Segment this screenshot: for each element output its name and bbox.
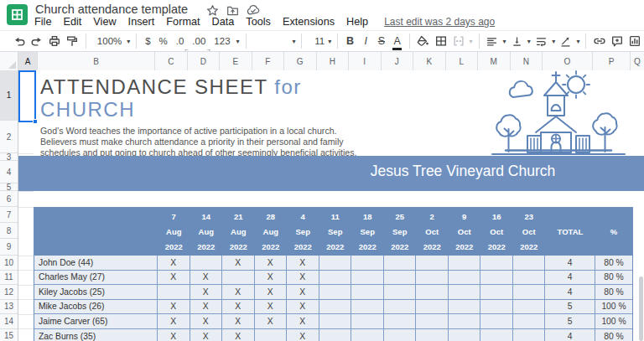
more-formats-caret-icon[interactable]: ▾ <box>235 38 242 45</box>
font-size-select[interactable]: 11 <box>306 32 326 50</box>
menu-item[interactable]: Data <box>206 16 241 28</box>
attendance-mark-cell[interactable] <box>384 329 417 341</box>
attendance-mark-cell[interactable] <box>384 256 417 271</box>
attendance-mark-cell[interactable] <box>449 285 481 300</box>
column-header[interactable]: A <box>18 52 38 70</box>
select-all-corner[interactable] <box>0 52 18 70</box>
menu-item[interactable]: Format <box>160 16 205 28</box>
font-family-select[interactable]: ▾ <box>250 34 297 49</box>
zoom-select[interactable]: 100% <box>91 32 125 50</box>
attendance-mark-cell[interactable] <box>480 271 513 286</box>
sheets-logo-icon[interactable] <box>7 4 28 25</box>
vertical-align-button[interactable] <box>508 32 526 50</box>
date-column-header[interactable]: 14 Aug 2022 <box>190 208 223 256</box>
row-header[interactable]: 2 <box>0 121 18 153</box>
row-header[interactable]: 5 <box>0 183 18 191</box>
attendance-mark-cell[interactable]: X <box>190 300 223 315</box>
attendance-mark-cell[interactable] <box>384 300 417 315</box>
attendance-mark-cell[interactable] <box>480 300 513 315</box>
vertical-scrollbar[interactable] <box>639 276 643 341</box>
attendance-mark-cell[interactable]: X <box>287 285 319 300</box>
attendance-mark-cell[interactable] <box>449 300 481 315</box>
date-column-header[interactable]: 28 Aug 2022 <box>255 208 288 256</box>
last-edit-link[interactable]: Last edit was 2 days ago <box>384 16 495 28</box>
member-total-cell[interactable]: 4 <box>545 256 595 271</box>
text-rotation-button[interactable] <box>557 32 574 50</box>
insert-link-button[interactable] <box>590 32 608 50</box>
attendance-mark-cell[interactable]: X <box>287 329 319 341</box>
attendance-mark-cell[interactable]: X <box>158 329 190 341</box>
decrease-decimals-button[interactable]: .0← <box>172 32 189 50</box>
row-header[interactable]: 6 <box>0 191 18 207</box>
attendance-mark-cell[interactable] <box>449 314 481 329</box>
attendance-mark-cell[interactable]: X <box>287 300 319 315</box>
member-total-cell[interactable]: 4 <box>545 285 595 300</box>
fill-color-button[interactable] <box>414 32 432 50</box>
menu-item[interactable]: View <box>87 16 122 28</box>
member-name-cell[interactable]: John Doe (44) <box>34 256 158 271</box>
row-header[interactable]: 1 <box>0 70 18 121</box>
attendance-mark-cell[interactable] <box>416 329 449 341</box>
member-name-cell[interactable]: Kiley Jacobs (25) <box>34 285 158 300</box>
attendance-mark-cell[interactable] <box>351 300 384 315</box>
attendance-mark-cell[interactable]: X <box>222 256 255 271</box>
cloud-status-icon[interactable] <box>247 4 260 17</box>
attendance-mark-cell[interactable]: X <box>255 314 288 329</box>
paint-format-button[interactable] <box>64 32 81 50</box>
attendance-mark-cell[interactable] <box>449 256 481 271</box>
text-wrap-button[interactable] <box>532 32 550 50</box>
attendance-mark-cell[interactable] <box>384 271 417 286</box>
attendance-mark-cell[interactable] <box>319 329 352 341</box>
document-title[interactable]: Church attendance template <box>35 3 188 16</box>
row-header[interactable]: 13 <box>0 300 18 315</box>
attendance-mark-cell[interactable] <box>319 300 352 315</box>
member-name-cell[interactable]: Jaime Carver (65) <box>34 314 158 329</box>
row-header[interactable]: 14 <box>0 314 18 329</box>
row-header[interactable]: 8 <box>0 223 18 239</box>
column-header[interactable]: M <box>478 52 511 70</box>
row-header[interactable]: 7 <box>0 207 18 223</box>
insert-comment-button[interactable] <box>609 32 626 50</box>
date-column-header[interactable]: 7 Aug 2022 <box>158 208 190 256</box>
member-percent-cell[interactable]: 80 % <box>595 256 632 271</box>
attendance-mark-cell[interactable] <box>480 285 513 300</box>
member-name-cell[interactable]: Zac Burns (35) <box>34 329 158 341</box>
column-header[interactable]: Q <box>631 52 644 70</box>
attendance-mark-cell[interactable]: X <box>222 314 255 329</box>
date-column-header[interactable]: 23 Oct 2022 <box>513 208 546 256</box>
sheet-canvas[interactable]: ATTENDANCE SHEET for CHURCH God’s Word t… <box>18 70 644 341</box>
row-header[interactable]: 4 <box>0 161 18 183</box>
attendance-mark-cell[interactable] <box>384 285 417 300</box>
menu-item[interactable]: Insert <box>122 16 161 28</box>
horizontal-align-button[interactable] <box>483 32 501 50</box>
column-header[interactable]: P <box>593 52 631 70</box>
date-column-header[interactable]: 16 Oct 2022 <box>480 208 513 256</box>
column-header[interactable]: L <box>446 52 479 70</box>
borders-button[interactable] <box>432 32 449 50</box>
member-percent-cell[interactable]: 100 % <box>595 314 632 329</box>
menu-item[interactable]: Tools <box>240 16 277 28</box>
attendance-mark-cell[interactable] <box>319 271 352 286</box>
row-header[interactable]: 12 <box>0 285 18 300</box>
member-percent-cell[interactable]: 100 % <box>595 300 632 315</box>
attendance-mark-cell[interactable] <box>351 314 384 329</box>
column-header[interactable]: I <box>349 52 382 70</box>
column-header[interactable]: F <box>252 52 285 70</box>
member-total-cell[interactable]: 5 <box>545 300 595 315</box>
attendance-mark-cell[interactable] <box>416 314 449 329</box>
attendance-mark-cell[interactable] <box>513 285 546 300</box>
attendance-mark-cell[interactable]: X <box>287 271 319 286</box>
date-column-header[interactable]: 25 Sep 2022 <box>384 208 417 256</box>
banner-church-name[interactable]: Jesus Tree Vineyard Church <box>295 163 631 180</box>
undo-button[interactable] <box>10 32 28 50</box>
vertical-align-caret-icon[interactable]: ▾ <box>526 38 532 45</box>
attendance-mark-cell[interactable] <box>513 329 546 341</box>
menu-item[interactable]: Extensions <box>277 16 340 28</box>
cell-selection-a1[interactable] <box>18 70 36 122</box>
member-name-cell[interactable]: Mike Jacobs (26) <box>34 300 158 315</box>
member-percent-cell[interactable]: 80 % <box>595 285 632 300</box>
format-currency-button[interactable]: $ <box>141 32 154 50</box>
total-column-header[interactable]: TOTAL <box>545 208 595 256</box>
move-folder-icon[interactable] <box>226 4 239 17</box>
print-button[interactable] <box>46 32 64 50</box>
